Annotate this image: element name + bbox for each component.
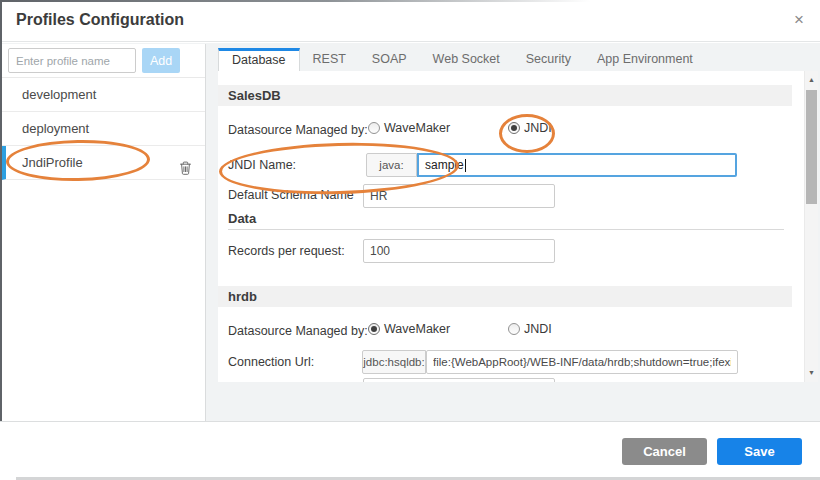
vertical-scrollbar[interactable]: ▲ ▼ — [804, 71, 818, 382]
dialog-footer: Cancel Save — [0, 421, 820, 480]
schema-name-input[interactable] — [363, 184, 555, 208]
dialog-title: Profiles Configuration — [16, 11, 184, 29]
jndi-name-value: sample — [425, 158, 464, 172]
close-icon[interactable]: × — [788, 9, 810, 31]
trash-icon[interactable] — [178, 155, 194, 171]
scrollbar-thumb[interactable] — [806, 90, 817, 204]
hrdb-section-header: hrdb — [218, 286, 792, 307]
save-button[interactable]: Save — [717, 438, 802, 465]
salesdb-wavemaker-radio[interactable]: WaveMaker — [368, 121, 450, 135]
jndi-prefix-addon: java: — [366, 153, 417, 177]
profile-name-label: deployment — [22, 121, 89, 136]
window-left-edge — [0, 0, 2, 421]
profile-item-deployment[interactable]: deployment — [2, 112, 205, 146]
radio-label: JNDI — [524, 121, 552, 135]
section-divider — [228, 229, 784, 230]
radio-unchecked-icon[interactable] — [368, 122, 380, 134]
tab-app-environment[interactable]: App Environment — [584, 47, 706, 71]
profile-name-label: JndiProfile — [22, 155, 83, 170]
tab-database[interactable]: Database — [218, 48, 300, 72]
schema-name-label: Default Schema Name — [228, 188, 354, 202]
tab-soap[interactable]: SOAP — [359, 47, 420, 71]
salesdb-datasource-label: Datasource Managed by: — [228, 123, 368, 137]
salesdb-jndi-radio[interactable]: JNDI — [508, 121, 552, 135]
connection-prefix-addon: jdbc:hsqldb: — [362, 350, 426, 374]
connection-url-input[interactable] — [426, 350, 738, 374]
radio-checked-icon[interactable] — [368, 323, 380, 335]
profile-item-jndiprofile[interactable]: JndiProfile — [2, 146, 205, 180]
profiles-sidebar: Add development deployment JndiProfile — [2, 44, 206, 421]
jndi-name-label: JNDI Name: — [228, 158, 296, 172]
title-bar: Profiles Configuration × — [0, 0, 820, 42]
radio-label: WaveMaker — [384, 121, 450, 135]
radio-checked-icon[interactable] — [508, 122, 520, 134]
text-caret — [465, 159, 466, 172]
tab-security[interactable]: Security — [513, 47, 584, 71]
window-top-edge — [0, 0, 820, 2]
cancel-button[interactable]: Cancel — [622, 438, 707, 465]
profile-item-development[interactable]: development — [2, 78, 205, 112]
partial-clipped-input[interactable] — [363, 378, 555, 382]
jndi-name-input[interactable]: sample — [417, 153, 737, 177]
radio-label: JNDI — [524, 322, 552, 336]
data-section-header: Data — [228, 211, 256, 226]
database-tab-content: SalesDB Datasource Managed by: WaveMaker… — [218, 71, 818, 382]
hrdb-jndi-radio[interactable]: JNDI — [508, 322, 552, 336]
dialog-body: Add development deployment JndiProfile D… — [0, 43, 820, 421]
profile-name-label: development — [22, 87, 96, 102]
radio-unchecked-icon[interactable] — [508, 323, 520, 335]
profiles-configuration-dialog: Profiles Configuration × Add development… — [0, 0, 820, 480]
tab-rest[interactable]: REST — [300, 47, 359, 71]
scroll-down-icon[interactable]: ▼ — [805, 368, 818, 378]
records-per-request-label: Records per request: — [228, 244, 345, 258]
records-per-request-input[interactable] — [363, 239, 555, 263]
add-profile-button[interactable]: Add — [142, 48, 180, 73]
tab-web-socket[interactable]: Web Socket — [420, 47, 513, 71]
add-profile-row: Add — [2, 44, 205, 78]
hrdb-wavemaker-radio[interactable]: WaveMaker — [368, 322, 450, 336]
radio-label: WaveMaker — [384, 322, 450, 336]
tab-bar: Database REST SOAP Web Socket Security A… — [218, 47, 818, 72]
salesdb-section-header: SalesDB — [218, 85, 792, 106]
profile-name-input[interactable] — [8, 48, 136, 73]
connection-url-label: Connection Url: — [228, 355, 314, 369]
hrdb-datasource-label: Datasource Managed by: — [228, 324, 368, 338]
scroll-up-icon[interactable]: ▲ — [805, 75, 818, 85]
